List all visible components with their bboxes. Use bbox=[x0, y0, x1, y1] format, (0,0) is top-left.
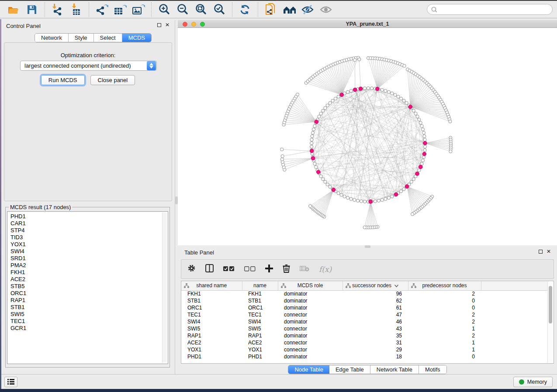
table-row[interactable]: STB1STB1dominator620 bbox=[181, 297, 549, 304]
cell-predecessor-nodes[interactable]: 1 bbox=[408, 339, 481, 346]
cell-predecessor-nodes[interactable]: 0 bbox=[408, 297, 481, 304]
search-box[interactable] bbox=[427, 4, 553, 15]
mcds-result-item[interactable]: STB1 bbox=[10, 304, 168, 311]
table-scrollbar-thumb[interactable] bbox=[549, 286, 552, 323]
cell-shared-name[interactable]: PHD1 bbox=[181, 353, 242, 360]
cell-name[interactable]: PHD1 bbox=[242, 353, 278, 360]
new-network-from-selection-icon[interactable] bbox=[264, 3, 277, 16]
cell-MCDS-role[interactable]: dominator bbox=[278, 304, 343, 311]
hide-selected-icon[interactable] bbox=[301, 3, 314, 16]
cell-successor-nodes[interactable]: 43 bbox=[343, 325, 408, 332]
mcds-result-item[interactable]: GCR1 bbox=[10, 325, 168, 332]
export-image-icon[interactable] bbox=[132, 3, 145, 16]
cell-predecessor-nodes[interactable]: 0 bbox=[408, 353, 481, 360]
cell-name[interactable]: TEC1 bbox=[242, 311, 278, 318]
node-table-grid[interactable]: shared namenameMCDS rolesuccessor nodesp… bbox=[181, 281, 549, 360]
cell-shared-name[interactable]: YOX1 bbox=[181, 346, 242, 353]
cell-predecessor-nodes[interactable]: 2 bbox=[408, 332, 481, 339]
cell-MCDS-role[interactable]: connector bbox=[278, 311, 343, 318]
cell-successor-nodes[interactable]: 47 bbox=[343, 311, 408, 318]
network-titlebar[interactable]: YPA_prune.txt_1 bbox=[178, 20, 557, 28]
table-settings-gear-icon[interactable] bbox=[187, 264, 196, 274]
column-header-predecessor-nodes[interactable]: predecessor nodes bbox=[408, 281, 481, 290]
cell-successor-nodes[interactable]: 18 bbox=[343, 353, 408, 360]
mcds-result-list[interactable]: PHD1CAR1STP4TID3YOX1SWI4SRD1PMA2FKH1ACE2… bbox=[7, 211, 168, 364]
float-panel-icon[interactable] bbox=[157, 23, 161, 27]
table-row[interactable]: SWI5SWI5connector431 bbox=[181, 325, 549, 332]
cell-shared-name[interactable]: SWI4 bbox=[181, 318, 242, 325]
tab-select[interactable]: Select bbox=[94, 34, 122, 42]
open-file-icon[interactable] bbox=[7, 3, 20, 16]
mcds-result-item[interactable]: SRD1 bbox=[10, 255, 168, 262]
cell-MCDS-role[interactable]: dominator bbox=[278, 290, 343, 297]
tab-edge-table[interactable]: Edge Table bbox=[329, 365, 370, 374]
float-panel-icon[interactable] bbox=[539, 250, 543, 254]
cell-predecessor-nodes[interactable]: 2 bbox=[408, 318, 481, 325]
cell-name[interactable]: RAP1 bbox=[242, 332, 278, 339]
mcds-result-item[interactable]: CAR1 bbox=[10, 220, 168, 227]
mcds-result-item[interactable]: YOX1 bbox=[10, 241, 168, 248]
mcds-result-item[interactable]: RAP1 bbox=[10, 297, 168, 304]
mcds-list-scrollbar[interactable] bbox=[162, 213, 167, 363]
mcds-result-item[interactable]: STP4 bbox=[10, 227, 168, 234]
zoom-selected-icon[interactable] bbox=[213, 3, 226, 16]
cell-shared-name[interactable]: SWI5 bbox=[181, 325, 242, 332]
table-row[interactable]: FKH1FKH1dominator962 bbox=[181, 290, 549, 297]
mcds-result-item[interactable]: PMA2 bbox=[10, 262, 168, 269]
tab-network[interactable]: Network bbox=[35, 34, 69, 42]
cell-name[interactable]: STB1 bbox=[242, 297, 278, 304]
run-mcds-button[interactable]: Run MCDS bbox=[41, 75, 85, 85]
show-columns-icon[interactable] bbox=[205, 264, 214, 274]
cell-MCDS-role[interactable]: dominator bbox=[278, 332, 343, 339]
column-header-shared-name[interactable]: shared name bbox=[181, 281, 242, 290]
mcds-result-item[interactable]: SWI5 bbox=[10, 311, 168, 318]
cell-successor-nodes[interactable]: 29 bbox=[343, 346, 408, 353]
cell-successor-nodes[interactable]: 35 bbox=[343, 332, 408, 339]
mcds-result-item[interactable]: FKH1 bbox=[10, 269, 168, 276]
mcds-result-item[interactable]: PHD1 bbox=[10, 213, 168, 220]
network-canvas[interactable] bbox=[178, 28, 557, 245]
cell-name[interactable]: ORC1 bbox=[242, 304, 278, 311]
column-header-name[interactable]: name bbox=[242, 281, 278, 290]
cell-MCDS-role[interactable]: connector bbox=[278, 339, 343, 346]
cell-successor-nodes[interactable]: 31 bbox=[343, 339, 408, 346]
import-network-icon[interactable] bbox=[51, 3, 64, 16]
column-header-MCDS-role[interactable]: MCDS role bbox=[278, 281, 343, 290]
mcds-result-item[interactable]: SWI4 bbox=[10, 248, 168, 255]
cell-successor-nodes[interactable]: 46 bbox=[343, 318, 408, 325]
cell-name[interactable]: SWI5 bbox=[242, 325, 278, 332]
cell-name[interactable]: SWI4 bbox=[242, 318, 278, 325]
cell-name[interactable]: FKH1 bbox=[242, 290, 278, 297]
mcds-result-item[interactable]: STB5 bbox=[10, 283, 168, 290]
cell-MCDS-role[interactable]: connector bbox=[278, 346, 343, 353]
cell-successor-nodes[interactable]: 61 bbox=[343, 304, 408, 311]
table-scrollbar[interactable] bbox=[547, 282, 553, 363]
first-neighbors-icon[interactable] bbox=[283, 3, 296, 16]
close-panel-icon[interactable]: ✕ bbox=[547, 250, 551, 254]
tab-node-table[interactable]: Node Table bbox=[288, 365, 329, 374]
cell-MCDS-role[interactable]: dominator bbox=[278, 353, 343, 360]
delete-column-icon[interactable] bbox=[283, 264, 290, 275]
zoom-fit-icon[interactable] bbox=[194, 3, 208, 16]
mcds-result-item[interactable]: TID3 bbox=[10, 234, 168, 241]
table-row[interactable]: PHD1PHD1dominator180 bbox=[181, 353, 549, 360]
cell-shared-name[interactable]: ACE2 bbox=[181, 339, 242, 346]
cell-successor-nodes[interactable]: 96 bbox=[343, 290, 408, 297]
task-history-button[interactable] bbox=[4, 377, 17, 387]
select-all-rows-icon[interactable] bbox=[223, 265, 235, 273]
cell-name[interactable]: ACE2 bbox=[242, 339, 278, 346]
export-network-icon[interactable] bbox=[95, 3, 108, 16]
zoom-out-icon[interactable] bbox=[176, 3, 189, 16]
cell-predecessor-nodes[interactable]: 0 bbox=[408, 304, 481, 311]
cell-predecessor-nodes[interactable]: 2 bbox=[408, 290, 481, 297]
close-panel-icon[interactable]: ✕ bbox=[165, 23, 170, 27]
cell-predecessor-nodes[interactable]: 1 bbox=[408, 325, 481, 332]
optimization-criterion-select[interactable]: largest connected component (undirected) bbox=[20, 61, 157, 71]
tab-mcds[interactable]: MCDS bbox=[122, 34, 151, 42]
cell-shared-name[interactable]: STB1 bbox=[181, 297, 242, 304]
tab-style[interactable]: Style bbox=[69, 34, 94, 42]
deselect-all-rows-icon[interactable] bbox=[244, 265, 256, 273]
search-input[interactable] bbox=[440, 7, 548, 13]
mcds-result-item[interactable]: ACE2 bbox=[10, 276, 168, 283]
import-table-icon[interactable] bbox=[69, 3, 83, 16]
